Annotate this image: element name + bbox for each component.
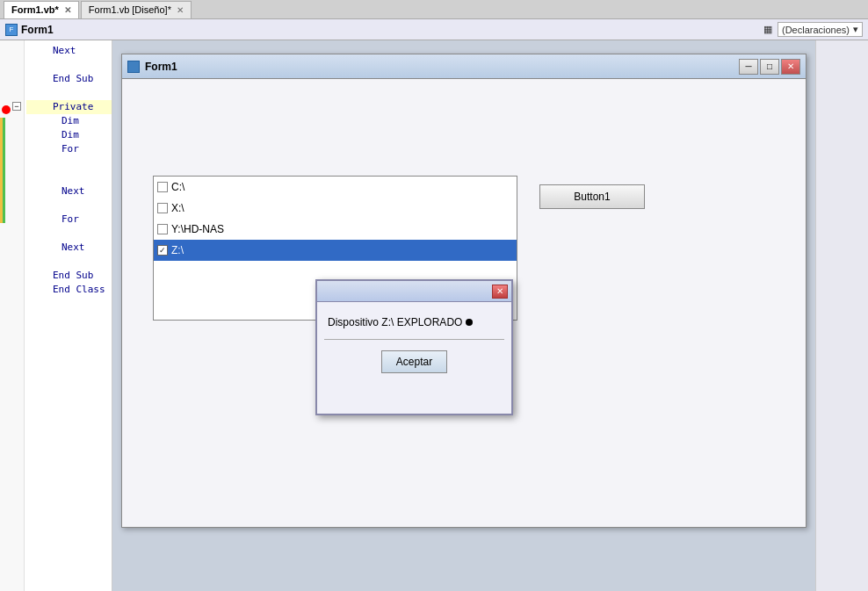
restore-icon: □ bbox=[767, 61, 772, 71]
msgbox-ok-button[interactable]: Aceptar bbox=[381, 350, 447, 373]
tab-form1design-close[interactable]: ✕ bbox=[177, 5, 184, 15]
form-close-button[interactable]: ✕ bbox=[781, 59, 800, 75]
indent-bar-green bbox=[3, 118, 5, 223]
checkbox-x[interactable] bbox=[157, 203, 168, 213]
ide-header-right: ▦ (Declaraciones) ▾ bbox=[763, 22, 863, 37]
list-item-y-label: Y:\HD-NAS bbox=[171, 223, 224, 235]
msgbox-separator bbox=[324, 339, 504, 340]
msgbox-body: Dispositivo Z:\ EXPLORADO bbox=[317, 302, 511, 335]
code-line-blank2 bbox=[26, 86, 112, 100]
list-item-y[interactable]: Y:\HD-NAS bbox=[154, 219, 517, 240]
list-item-z-label: Z:\ bbox=[171, 244, 184, 256]
msgbox-message: Dispositivo Z:\ EXPLORADO bbox=[328, 316, 462, 328]
right-panel bbox=[815, 40, 868, 591]
code-area: − Next End Sub Private Dim Dim For Next … bbox=[0, 40, 112, 591]
msgbox-titlebar: ✕ bbox=[317, 281, 511, 302]
form-window: Form1 ─ □ ✕ bbox=[121, 54, 807, 528]
form-restore-button[interactable]: □ bbox=[760, 59, 779, 75]
form-header-label: Form1 bbox=[21, 24, 763, 36]
msgbox-dialog: ✕ Dispositivo Z:\ EXPLORADO Aceptar bbox=[315, 279, 513, 415]
list-item-x[interactable]: X:\ bbox=[154, 198, 517, 219]
code-gutter: − bbox=[0, 40, 25, 591]
form-minimize-button[interactable]: ─ bbox=[739, 59, 758, 75]
code-line-endclass: End Class bbox=[26, 283, 112, 297]
grid-icon: ▦ bbox=[763, 24, 772, 35]
code-line-endsub2: End Sub bbox=[26, 269, 112, 283]
ide-header: F Form1 ▦ (Declaraciones) ▾ bbox=[0, 19, 868, 40]
checkmark-icon: ✓ bbox=[159, 246, 166, 255]
button1[interactable]: Button1 bbox=[539, 184, 645, 209]
msgbox-close-button[interactable]: ✕ bbox=[492, 285, 508, 299]
tab-form1vb[interactable]: Form1.vb* ✕ bbox=[4, 1, 79, 18]
code-line-blank1 bbox=[26, 58, 112, 72]
code-line-blank3 bbox=[26, 156, 112, 170]
code-line-private: Private bbox=[26, 100, 112, 114]
code-line-next3: Next bbox=[26, 241, 112, 255]
button1-label: Button1 bbox=[574, 191, 610, 203]
code-line-blank5 bbox=[26, 198, 112, 213]
declarations-label: (Declaraciones) bbox=[782, 25, 850, 35]
list-item-x-label: X:\ bbox=[171, 202, 184, 214]
code-line-blank7 bbox=[26, 255, 112, 269]
code-line-for1: For bbox=[26, 142, 112, 156]
ide-tab-bar: Form1.vb* ✕ Form1.vb [Diseño]* ✕ bbox=[0, 0, 868, 19]
list-item-z[interactable]: ✓ Z:\ bbox=[154, 240, 517, 261]
form-body: C:\ X:\ Y:\HD-NAS ✓ Z:\ bbox=[122, 79, 806, 527]
msgbox-footer: Aceptar bbox=[317, 343, 511, 380]
tab-form1vb-label: Form1.vb* bbox=[11, 4, 59, 15]
close-icon: ✕ bbox=[787, 61, 794, 71]
form-window-controls: ─ □ ✕ bbox=[739, 59, 800, 75]
form-window-title: Form1 bbox=[145, 61, 739, 73]
form-icon: F bbox=[5, 24, 18, 36]
checkbox-z[interactable]: ✓ bbox=[157, 245, 168, 256]
tab-form1vb-close[interactable]: ✕ bbox=[64, 5, 71, 15]
checkbox-y[interactable] bbox=[157, 224, 168, 234]
tab-form1design[interactable]: Form1.vb [Diseño]* ✕ bbox=[81, 1, 192, 18]
list-item-c[interactable]: C:\ bbox=[154, 177, 517, 198]
code-line-dim1: Dim bbox=[26, 114, 112, 128]
declarations-dropdown[interactable]: (Declaraciones) ▾ bbox=[778, 22, 863, 37]
checkbox-c[interactable] bbox=[157, 182, 168, 192]
collapse-button[interactable]: − bbox=[12, 102, 21, 111]
code-line-dim2: Dim bbox=[26, 128, 112, 142]
ide-main: − Next End Sub Private Dim Dim For Next … bbox=[0, 40, 868, 591]
msgbox-bullet bbox=[466, 319, 473, 326]
designer-area: Form1 ─ □ ✕ bbox=[112, 40, 815, 591]
code-line-blank4 bbox=[26, 170, 112, 184]
breakpoint-marker bbox=[2, 105, 11, 114]
code-line-endsub1: End Sub bbox=[26, 72, 112, 86]
code-line-blank6 bbox=[26, 227, 112, 241]
msgbox-ok-label: Aceptar bbox=[396, 356, 432, 368]
code-line-for2: For bbox=[26, 213, 112, 227]
form-window-icon bbox=[127, 61, 140, 73]
form-titlebar: Form1 ─ □ ✕ bbox=[122, 54, 806, 79]
dropdown-arrow-icon: ▾ bbox=[853, 24, 858, 35]
code-line-next2: Next bbox=[26, 184, 112, 198]
tab-form1design-label: Form1.vb [Diseño]* bbox=[89, 4, 171, 15]
code-line-next1: Next bbox=[26, 44, 112, 58]
minimize-icon: ─ bbox=[745, 61, 751, 71]
list-item-c-label: C:\ bbox=[171, 181, 184, 193]
msgbox-close-icon: ✕ bbox=[496, 286, 503, 296]
